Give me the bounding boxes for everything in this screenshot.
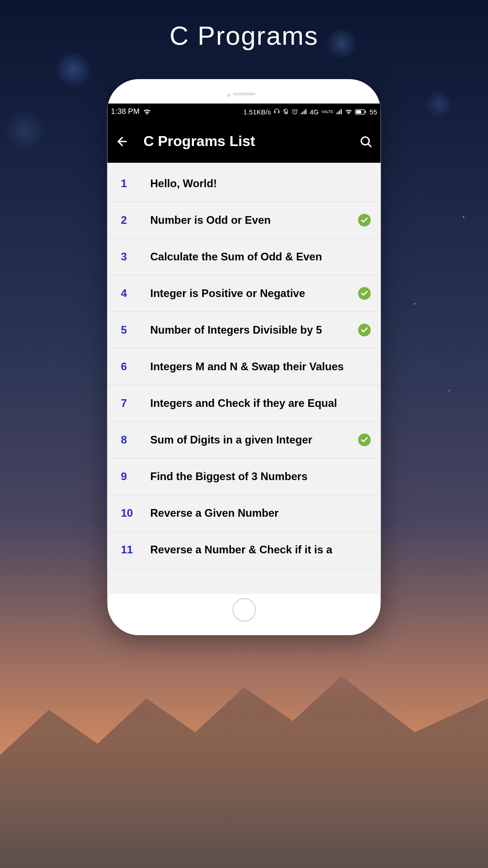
check-icon xyxy=(358,324,371,336)
battery-percent: 55 xyxy=(370,108,377,116)
item-number: 11 xyxy=(117,543,150,556)
list-item[interactable]: 9Find the Biggest of 3 Numbers xyxy=(108,458,381,495)
volte-label: VoLTE xyxy=(321,110,333,114)
list-item[interactable]: 3Calculate the Sum of Odd & Even xyxy=(108,239,381,275)
item-title: Sum of Digits in a given Integer xyxy=(150,434,358,446)
list-item[interactable]: 11Reverse a Number & Check if it is a xyxy=(108,532,381,568)
check-icon xyxy=(358,434,371,446)
item-number: 1 xyxy=(117,177,150,190)
svg-rect-10 xyxy=(356,110,361,113)
svg-rect-7 xyxy=(339,110,340,114)
item-number: 10 xyxy=(117,507,150,519)
item-number: 2 xyxy=(117,214,150,226)
svg-rect-11 xyxy=(365,110,366,113)
check-icon xyxy=(358,214,371,226)
back-button[interactable] xyxy=(116,135,129,148)
signal-icon xyxy=(300,109,307,114)
data-rate: 1.51KB/s xyxy=(244,108,271,116)
item-title: Find the Biggest of 3 Numbers xyxy=(150,470,372,483)
phone-screen: 1:38 PM 1.51KB/s 4G xyxy=(108,104,381,594)
list-item[interactable]: 2Number is Odd or Even xyxy=(108,202,381,239)
item-number: 9 xyxy=(117,470,150,483)
home-button[interactable] xyxy=(232,598,256,622)
status-bar-left: 1:38 PM xyxy=(111,107,151,116)
svg-rect-2 xyxy=(302,112,303,114)
search-button[interactable] xyxy=(359,135,373,148)
list-item[interactable]: 5Number of Integers Divisible by 5 xyxy=(108,312,381,349)
alarm-icon xyxy=(291,108,298,115)
item-title: Integers M and N & Swap their Values xyxy=(150,360,372,373)
item-title: Integers and Check if they are Equal xyxy=(150,397,372,410)
mute-icon xyxy=(282,108,289,115)
status-bar-right: 1.51KB/s 4G VoLTE xyxy=(244,108,377,116)
app-bar: C Programs List xyxy=(108,120,381,163)
item-number: 6 xyxy=(117,360,150,373)
phone-camera xyxy=(227,94,231,97)
item-title: Reverse a Number & Check if it is a xyxy=(150,543,372,556)
list-item[interactable]: 8Sum of Digits in a given Integer xyxy=(108,422,381,458)
list-item[interactable]: 6Integers M and N & Swap their Values xyxy=(108,349,381,385)
app-bar-title: C Programs List xyxy=(144,133,345,150)
item-number: 8 xyxy=(117,434,150,446)
svg-rect-4 xyxy=(305,109,306,114)
check-icon xyxy=(358,287,371,300)
item-title: Reverse a Given Number xyxy=(150,507,372,519)
item-title: Number is Odd or Even xyxy=(150,214,358,226)
list-item[interactable]: 1Hello, World! xyxy=(108,163,381,202)
svg-rect-6 xyxy=(338,112,338,114)
program-list: 1Hello, World!2Number is Odd or Even3Cal… xyxy=(108,163,381,568)
signal-icon-2 xyxy=(336,109,343,114)
list-item[interactable]: 4Integer is Positive or Negative xyxy=(108,275,381,312)
list-item[interactable]: 10Reverse a Given Number xyxy=(108,495,381,532)
phone-mockup: 1:38 PM 1.51KB/s 4G xyxy=(108,79,381,635)
status-time: 1:38 PM xyxy=(111,107,140,116)
status-bar: 1:38 PM 1.51KB/s 4G xyxy=(108,104,381,120)
item-number: 3 xyxy=(117,250,150,263)
svg-rect-1 xyxy=(300,113,301,114)
phone-speaker xyxy=(233,93,255,95)
item-title: Integer is Positive or Negative xyxy=(150,287,358,300)
item-title: Calculate the Sum of Odd & Even xyxy=(150,250,372,263)
item-title: Number of Integers Divisible by 5 xyxy=(150,324,358,336)
item-number: 5 xyxy=(117,324,150,336)
svg-rect-8 xyxy=(341,109,342,114)
item-number: 7 xyxy=(117,397,150,410)
wifi-icon xyxy=(143,108,151,115)
wifi-icon-2 xyxy=(345,109,352,114)
network-label: 4G xyxy=(310,108,319,116)
list-item[interactable]: 7Integers and Check if they are Equal xyxy=(108,385,381,422)
battery-icon xyxy=(355,109,367,115)
svg-rect-5 xyxy=(336,113,337,114)
page-title: C Programs xyxy=(0,0,488,51)
svg-rect-3 xyxy=(304,110,305,114)
item-number: 4 xyxy=(117,287,150,300)
headphones-icon xyxy=(273,108,280,115)
background-mountains xyxy=(0,642,488,868)
item-title: Hello, World! xyxy=(150,177,372,190)
